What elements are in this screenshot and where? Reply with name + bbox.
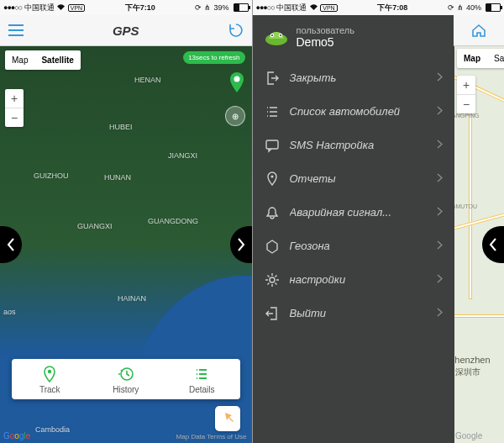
panel-prev-arrow[interactable] [0, 226, 22, 263]
refresh-icon[interactable] [227, 21, 245, 40]
history-button[interactable]: History [88, 359, 165, 399]
status-bar: ●●●○○ 中国联通 VPN 下午7:10 ⟳ ⋔ 39% [0, 0, 252, 15]
track-button[interactable]: Track [12, 359, 88, 399]
chevron-right-icon [437, 273, 443, 286]
wifi-icon [309, 3, 318, 13]
drawer-item-label: Аварийная сигнал... [290, 206, 427, 219]
map-type-toggle: Map Satellite [5, 50, 81, 70]
details-label: Details [189, 385, 215, 394]
drawer-header: пользователь Demo5 [253, 15, 454, 61]
svg-point-0 [234, 76, 239, 82]
svg-rect-8 [266, 140, 278, 149]
bottom-action-bar: Track History Details [12, 359, 240, 399]
history-label: History [113, 385, 139, 394]
side-drawer: пользователь Demo5 ЗакрытьСписок автомоб… [253, 15, 454, 443]
refresh-badge: 13secs to refresh [183, 51, 244, 64]
chevron-right-icon [437, 172, 443, 185]
zoom-control: + − [457, 76, 475, 113]
clock-label: 下午7:08 [338, 3, 448, 13]
page-title: GPS [25, 24, 227, 38]
signal-dots: ●●●○○ [3, 3, 22, 12]
map-attribution: Map Data Terms of Use [176, 433, 247, 440]
screenshot-drawer: ●●●○○ 中国联通 VPN 下午7:08 ⟳ ⋔ 40% CHANGPING … [253, 0, 505, 443]
bluetooth-icon: ⋔ [457, 3, 464, 12]
svg-marker-10 [267, 240, 277, 253]
list-icon [265, 104, 280, 119]
track-label: Track [39, 385, 60, 394]
battery-icon [486, 3, 501, 12]
bluetooth-icon: ⋔ [204, 3, 211, 12]
zoom-out-button[interactable]: − [457, 94, 475, 113]
drawer-item-sms[interactable]: SMS Настройка [253, 129, 454, 162]
satellite-map[interactable]: China HENAN HUBEI JIANGXI GUIZHOU HUNAN … [0, 45, 252, 443]
status-bar: ●●●○○ 中国联通 VPN 下午7:08 ⟳ ⋔ 40% [253, 0, 505, 15]
details-button[interactable]: Details [164, 359, 240, 399]
drawer-item-label: настройки [290, 273, 427, 286]
clock-label: 下午7:10 [85, 3, 195, 13]
google-logo: Google [455, 431, 482, 440]
maptype-map[interactable]: Map [5, 50, 34, 70]
drawer-item-label: Список автомобилей [290, 105, 427, 118]
nav-bar-partial [454, 15, 504, 46]
close-icon [265, 71, 280, 86]
chevron-right-icon [437, 139, 443, 151]
drawer-item-label: Выйти [290, 307, 427, 319]
report-icon [265, 171, 280, 187]
drawer-item-list[interactable]: Список автомобилей [253, 95, 454, 129]
drawer-item-label: SMS Настройка [290, 139, 427, 151]
svg-point-6 [271, 34, 273, 36]
svg-point-7 [280, 34, 281, 36]
loading-icon: ⟳ [448, 3, 454, 12]
map-type-toggle: Map Satellite [457, 49, 504, 68]
pointer-button[interactable] [215, 406, 240, 431]
drawer-item-label: Отчеты [290, 172, 427, 185]
nav-bar: GPS [0, 15, 252, 46]
zoom-control: + − [5, 89, 24, 127]
drawer-item-gear[interactable]: настройки [253, 263, 454, 297]
loading-icon: ⟳ [195, 3, 202, 12]
battery-pct: 40% [466, 3, 481, 12]
sms-icon [265, 138, 280, 153]
map-peek[interactable]: CHANGPING ZHANGMUTOU Shenzhen 深圳市 Map Sa… [454, 45, 504, 443]
wifi-icon [56, 3, 66, 13]
maptype-satellite[interactable]: Satellite [34, 50, 80, 70]
exit-icon [265, 306, 280, 321]
signal-dots: ●●●○○ [256, 3, 275, 12]
maptype-map[interactable]: Map [457, 49, 487, 68]
zoom-out-button[interactable]: − [5, 108, 24, 127]
zoom-in-button[interactable]: + [457, 76, 475, 94]
drawer-item-label: Геозона [290, 240, 427, 252]
svg-point-1 [48, 370, 51, 373]
battery-icon [234, 3, 249, 12]
svg-point-9 [270, 175, 273, 177]
car-icon [265, 28, 288, 46]
geo-icon [265, 239, 280, 254]
drawer-item-close[interactable]: Закрыть [253, 61, 454, 95]
user-title: пользователь [297, 25, 354, 35]
drawer-item-label: Закрыть [290, 71, 427, 84]
menu-icon[interactable] [7, 21, 25, 40]
compass-icon[interactable]: ⊕ [225, 106, 245, 126]
maptype-satellite[interactable]: Satellite [487, 49, 504, 68]
svg-point-11 [270, 277, 275, 282]
screenshot-gps-map: ●●●○○ 中国联通 VPN 下午7:10 ⟳ ⋔ 39% GPS China … [0, 0, 253, 443]
map-pin-icon[interactable] [229, 72, 244, 92]
chevron-right-icon [437, 105, 443, 118]
drawer-menu: ЗакрытьСписок автомобилейSMS НастройкаОт… [253, 61, 454, 330]
carrier-label: 中国联通 [276, 3, 307, 13]
gear-icon [265, 272, 280, 287]
drawer-item-alarm[interactable]: Аварийная сигнал... [253, 196, 454, 229]
alarm-icon [265, 205, 280, 220]
drawer-item-exit[interactable]: Выйти [253, 297, 454, 330]
drawer-item-report[interactable]: Отчеты [253, 162, 454, 196]
chevron-right-icon [437, 240, 443, 252]
chevron-right-icon [437, 71, 443, 84]
zoom-in-button[interactable]: + [5, 89, 24, 108]
google-logo: Google [3, 431, 30, 440]
vpn-badge: VPN [68, 4, 85, 12]
drawer-item-geo[interactable]: Геозона [253, 229, 454, 263]
panel-next-arrow[interactable] [230, 226, 252, 263]
chevron-right-icon [437, 206, 443, 219]
user-name: Demo5 [297, 35, 354, 50]
home-icon[interactable] [470, 21, 488, 40]
